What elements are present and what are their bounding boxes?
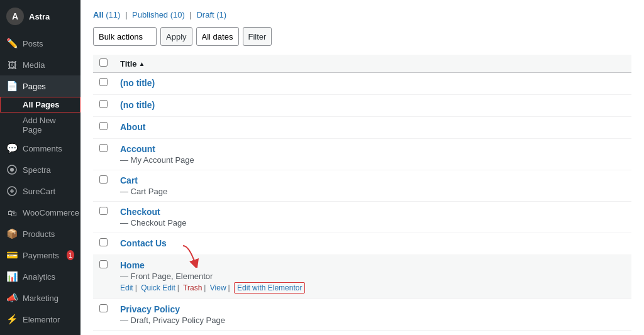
analytics-label: Analytics	[23, 272, 55, 282]
sidebar-item-spectra[interactable]: Spectra	[0, 159, 80, 180]
row-checkbox[interactable]	[99, 100, 108, 108]
table-row: Account — My Account Page Edit| Quick Ed…	[93, 139, 631, 170]
pages-table: Title ▲ (no title) Edit| Quick Edit|	[93, 55, 631, 331]
home-page-title-link[interactable]: Home	[120, 260, 625, 270]
row-title-cell: (no title) Edit| Quick Edit| Trash| View	[114, 73, 631, 95]
home-quick-edit-link[interactable]: Quick Edit	[141, 283, 175, 292]
sidebar-logo[interactable]: A Astra	[0, 0, 80, 33]
filter-all[interactable]: All (11)	[93, 10, 120, 19]
row-checkbox[interactable]	[99, 175, 108, 184]
select-all-checkbox[interactable]	[99, 58, 108, 67]
sidebar-item-surecart[interactable]: SureCart	[0, 180, 80, 202]
spectra-icon	[6, 164, 18, 175]
row-checkbox[interactable]	[99, 207, 108, 215]
apply-button[interactable]: Apply	[160, 27, 192, 46]
row-title-cell: Contact Us Edit| Quick Edit| Trash| View	[114, 233, 631, 255]
pages-icon: 📄	[6, 80, 18, 92]
spectra-label: Spectra	[23, 165, 51, 175]
table-row: About Edit| Quick Edit| Trash| View	[93, 117, 631, 139]
woocommerce-icon: 🛍	[6, 207, 18, 218]
sidebar: A Astra ✏️ Posts 🖼 Media 📄 Pages All Pag…	[0, 0, 80, 335]
title-column-header[interactable]: Title ▲	[114, 55, 631, 73]
sidebar-item-media[interactable]: 🖼 Media	[0, 54, 80, 75]
sidebar-item-products[interactable]: 📦 Products	[0, 223, 80, 244]
row-title-cell-home: Home — Front Page, Elementor	[114, 255, 631, 299]
page-subtitle: — My Account Page	[120, 155, 194, 165]
posts-icon: ✏️	[6, 38, 18, 49]
filter-draft[interactable]: Draft (1)	[196, 10, 226, 19]
home-view-link[interactable]: View	[210, 283, 226, 292]
marketing-icon: 📣	[6, 292, 18, 304]
surecart-icon	[6, 185, 18, 197]
filter-published[interactable]: Published (10)	[132, 10, 185, 19]
surecart-label: SureCart	[23, 187, 55, 196]
products-label: Products	[23, 229, 55, 239]
filter-links: All (11) | Published (10) | Draft (1)	[93, 10, 631, 19]
page-subtitle: — Cart Page	[120, 187, 167, 196]
page-title-link[interactable]: Cart	[120, 175, 625, 185]
privacy-policy-subtitle: — Draft, Privacy Policy Page	[120, 316, 225, 325]
sidebar-subitem-all-pages[interactable]: All Pages	[0, 97, 80, 113]
media-label: Media	[23, 60, 45, 70]
row-checkbox[interactable]	[99, 304, 108, 312]
page-title-link[interactable]: Account	[120, 144, 625, 154]
elementor-icon: ⚡	[6, 314, 18, 325]
sidebar-item-pages[interactable]: 📄 Pages	[0, 75, 80, 97]
row-checkbox[interactable]	[99, 144, 108, 152]
row-title-cell: Cart — Cart Page Edit| Quick Edit| Trash…	[114, 170, 631, 202]
table-row: Checkout — Checkout Page Edit| Quick Edi…	[93, 202, 631, 233]
page-title-link[interactable]: Checkout	[120, 207, 625, 217]
payments-icon: 💳	[6, 250, 18, 261]
row-checkbox[interactable]	[99, 78, 108, 86]
table-row-home: Home — Front Page, Elementor	[93, 255, 631, 299]
row-title-cell: Checkout — Checkout Page Edit| Quick Edi…	[114, 202, 631, 233]
media-icon: 🖼	[6, 59, 18, 70]
title-sort[interactable]: Title ▲	[120, 59, 145, 69]
page-title-link[interactable]: (no title)	[120, 78, 625, 88]
privacy-policy-title-link[interactable]: Privacy Policy	[120, 304, 625, 314]
home-edit-link[interactable]: Edit	[120, 283, 133, 292]
home-row-actions: Edit| Quick Edit| Trash| View| Edit with…	[120, 282, 625, 294]
sidebar-item-analytics[interactable]: 📊 Analytics	[0, 266, 80, 287]
table-row: (no title) Edit| Quick Edit| Trash| View	[93, 73, 631, 95]
table-row: Contact Us Edit| Quick Edit| Trash| View	[93, 233, 631, 255]
comments-label: Comments	[23, 144, 62, 153]
dates-select[interactable]: All dates	[196, 27, 239, 46]
row-checkbox[interactable]	[99, 260, 108, 268]
title-label: Title	[120, 59, 137, 69]
row-title-cell: About Edit| Quick Edit| Trash| View	[114, 117, 631, 139]
sidebar-item-comments[interactable]: 💬 Comments	[0, 138, 80, 159]
page-title-link[interactable]: About	[120, 122, 625, 132]
main-content: All (11) | Published (10) | Draft (1) Bu…	[80, 0, 644, 335]
marketing-label: Marketing	[23, 294, 58, 303]
page-title-link[interactable]: (no title)	[120, 100, 625, 110]
sort-arrow-icon: ▲	[139, 60, 145, 67]
sidebar-item-marketing[interactable]: 📣 Marketing	[0, 287, 80, 309]
row-checkbox[interactable]	[99, 238, 108, 246]
bulk-actions-select[interactable]: Bulk actions Edit Move to Trash	[93, 27, 157, 46]
sidebar-item-payments[interactable]: 💳 Payments 1	[0, 244, 80, 266]
sidebar-item-posts[interactable]: ✏️ Posts	[0, 33, 80, 54]
sidebar-item-woocommerce[interactable]: 🛍 WooCommerce	[0, 202, 80, 223]
checkbox-column-header	[93, 55, 114, 73]
woocommerce-label: WooCommerce	[23, 208, 79, 217]
payments-label: Payments	[23, 251, 59, 260]
sidebar-subitem-add-new-page[interactable]: Add New Page	[0, 113, 80, 138]
payments-badge: 1	[67, 250, 74, 260]
home-page-subtitle: — Front Page, Elementor	[120, 272, 213, 281]
astra-logo-icon: A	[6, 8, 24, 25]
filter-button[interactable]: Filter	[243, 27, 272, 46]
table-row: Privacy Policy — Draft, Privacy Policy P…	[93, 299, 631, 331]
table-row: Cart — Cart Page Edit| Quick Edit| Trash…	[93, 170, 631, 202]
pages-label: Pages	[23, 82, 46, 91]
edit-with-elementor-button[interactable]: Edit with Elementor	[234, 282, 305, 294]
page-title-link[interactable]: Contact Us	[120, 238, 625, 248]
home-trash-link[interactable]: Trash	[183, 283, 202, 292]
sidebar-item-templates[interactable]: 📋 Templates	[0, 330, 80, 335]
sidebar-item-elementor[interactable]: ⚡ Elementor	[0, 309, 80, 330]
products-icon: 📦	[6, 228, 18, 239]
row-checkbox[interactable]	[99, 122, 108, 130]
elementor-label: Elementor	[23, 315, 60, 324]
toolbar: Bulk actions Edit Move to Trash Apply Al…	[93, 27, 631, 46]
table-row: (no title) Edit| Quick Edit| Trash| View	[93, 95, 631, 117]
